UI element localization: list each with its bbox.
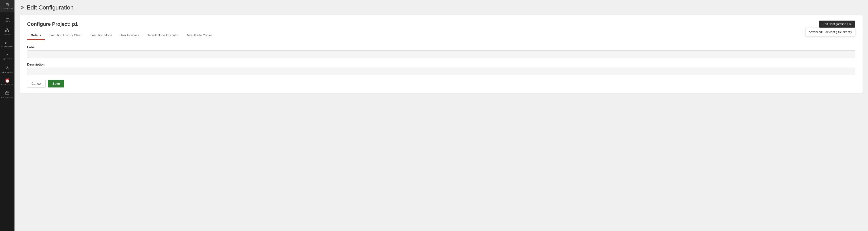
tooltip-box: Advanced: Edit config file directly — [805, 28, 855, 36]
sidebar-item-webhooks[interactable]: Webhooks — [0, 63, 14, 76]
description-form-group: Description — [27, 63, 855, 75]
sidebar-item-label: Calendars — [1, 97, 13, 99]
sidebar-item-label: Webhooks — [1, 71, 13, 73]
schedules-icon: ⏰ — [5, 79, 10, 83]
button-row: Cancel Save — [27, 80, 855, 87]
nodes-icon — [5, 28, 9, 33]
sidebar-item-label: Dashboard — [1, 8, 13, 10]
tab-execution-history-clean[interactable]: Execution History Clean — [45, 31, 86, 40]
main-card: Configure Project: p1 Edit Configuration… — [20, 15, 863, 93]
svg-rect-6 — [6, 92, 9, 95]
calendars-icon — [5, 91, 9, 96]
sidebar-item-nodes[interactable]: Nodes — [0, 25, 14, 38]
svg-point-0 — [7, 28, 8, 29]
svg-point-2 — [8, 31, 9, 32]
sidebar-item-dashboard[interactable]: ⊞ Dashboard — [0, 0, 14, 12]
svg-line-3 — [6, 29, 7, 31]
tab-user-interface[interactable]: User Interface — [116, 31, 143, 40]
sidebar-item-label: Schedules — [1, 84, 13, 86]
description-input[interactable] — [27, 68, 855, 75]
tab-details[interactable]: Details — [27, 31, 45, 40]
jobs-icon: ☰ — [5, 15, 9, 19]
sidebar-item-activity[interactable]: ↺ Activity — [0, 50, 14, 63]
sidebar: ⊞ Dashboard ☰ Jobs Nodes >_ Commands ↺ A… — [0, 0, 14, 231]
project-title: Configure Project: p1 — [27, 21, 78, 27]
sidebar-item-label: Commands — [1, 46, 13, 48]
sidebar-item-calendars[interactable]: Calendars — [0, 88, 14, 102]
label-input[interactable] — [27, 50, 855, 58]
activity-icon: ↺ — [5, 53, 9, 57]
save-button[interactable]: Save — [48, 80, 64, 87]
tabs-bar: Details Execution History Clean Executio… — [27, 31, 855, 40]
sidebar-item-jobs[interactable]: ☰ Jobs — [0, 12, 14, 25]
sidebar-item-schedules[interactable]: ⏰ Schedules — [0, 76, 14, 88]
label-form-group: Label — [27, 45, 855, 58]
label-field-label: Label — [27, 45, 855, 49]
commands-icon: >_ — [5, 41, 9, 45]
svg-line-4 — [7, 29, 9, 31]
webhooks-icon — [5, 66, 9, 70]
cancel-button[interactable]: Cancel — [27, 80, 46, 87]
sidebar-item-label: Activity — [3, 58, 12, 60]
gear-icon: ⚙ — [20, 5, 25, 11]
description-field-label: Description — [27, 63, 855, 66]
dashboard-icon: ⊞ — [5, 3, 9, 7]
page-header: ⚙ Edit Configuration — [14, 0, 868, 15]
sidebar-item-commands[interactable]: >_ Commands — [0, 38, 14, 50]
svg-point-1 — [5, 31, 6, 32]
page-title: Edit Configuration — [27, 4, 73, 11]
card-header: Configure Project: p1 Edit Configuration… — [27, 21, 855, 28]
main-content: ⚙ Edit Configuration Configure Project: … — [14, 0, 868, 231]
sidebar-item-label: Jobs — [5, 20, 10, 22]
sidebar-item-label: Nodes — [4, 34, 11, 36]
tab-default-node-executor[interactable]: Default Node Executor — [143, 31, 182, 40]
tab-execution-mode[interactable]: Execution Mode — [86, 31, 116, 40]
tab-default-file-copier[interactable]: Default File Copier — [182, 31, 216, 40]
edit-config-button[interactable]: Edit Configuration File — [819, 21, 855, 28]
